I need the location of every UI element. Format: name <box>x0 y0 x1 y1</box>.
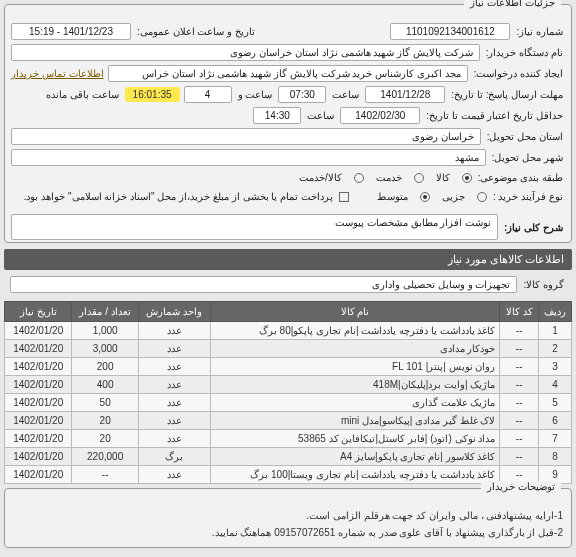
radio-pt-medium[interactable] <box>420 192 430 202</box>
credit-label: حداقل تاریخ اعتبار قیمت تا تاریخ: <box>424 108 565 123</box>
table-row: 7--مداد نوکی (اتود) |فابر کاستل|تیکافاین… <box>5 430 572 448</box>
cell-row: 6 <box>538 412 571 430</box>
cell-date: 1402/01/20 <box>5 412 72 430</box>
cell-unit: عدد <box>138 322 210 340</box>
city-field: مشهد <box>11 149 486 166</box>
cell-code: -- <box>500 448 539 466</box>
cell-unit: عدد <box>138 430 210 448</box>
group-label: گروه کالا: <box>521 277 566 292</box>
radio-service[interactable] <box>414 173 424 183</box>
credit-time-label: ساعت <box>305 108 336 123</box>
radio-service-label: خدمت <box>374 170 404 185</box>
th-name: نام کالا <box>210 302 500 322</box>
cell-qty: 50 <box>72 394 139 412</box>
table-row: 2--خودکار مدادیعدد3,0001402/01/20 <box>5 340 572 358</box>
cell-date: 1402/01/20 <box>5 394 72 412</box>
requester-field: مجد اکبری کارشناس خرید شرکت پالایش گاز ش… <box>108 65 468 82</box>
cell-name: خودکار مدادی <box>210 340 500 358</box>
cell-row: 7 <box>538 430 571 448</box>
cell-unit: عدد <box>138 394 210 412</box>
cell-code: -- <box>500 376 539 394</box>
category-label: طبقه بندی موضوعی: <box>476 170 565 185</box>
category-radio-group: کالا خدمت کالا/خدمت <box>297 170 472 185</box>
cell-row: 5 <box>538 394 571 412</box>
note-line-1: 1-ارایه پیشنهادفنی ، مالی وایران کد جهت … <box>13 507 563 524</box>
th-row: ردیف <box>538 302 571 322</box>
cell-code: -- <box>500 430 539 448</box>
cell-code: -- <box>500 412 539 430</box>
deadline-time-label: ساعت <box>330 87 361 102</box>
cell-date: 1402/01/20 <box>5 376 72 394</box>
deadline-label: مهلت ارسال پاسخ: تا تاریخ: <box>449 87 565 102</box>
requester-label: ایجاد کننده درخواست: <box>472 66 565 81</box>
cell-code: -- <box>500 340 539 358</box>
cell-date: 1402/01/20 <box>5 466 72 484</box>
cell-unit: عدد <box>138 466 210 484</box>
cell-row: 8 <box>538 448 571 466</box>
cell-unit: عدد <box>138 340 210 358</box>
announce-date-field: 1401/12/23 - 15:19 <box>11 23 131 40</box>
items-table: ردیف کد کالا نام کالا واحد شمارش تعداد /… <box>4 301 572 484</box>
purchase-type-group: جزیی متوسط <box>375 189 487 204</box>
cell-unit: عدد <box>138 412 210 430</box>
contact-link[interactable]: اطلاعات تماس خریدار <box>11 68 104 79</box>
cell-name: کاغذ یادداشت یا دفترچه یادداشت |نام تجار… <box>210 466 500 484</box>
cell-row: 1 <box>538 322 571 340</box>
table-row: 3--روان نویس |پنتر| FL 101عدد2001402/01/… <box>5 358 572 376</box>
cell-qty: 400 <box>72 376 139 394</box>
th-qty: تعداد / مقدار <box>72 302 139 322</box>
cell-date: 1402/01/20 <box>5 322 72 340</box>
announce-date-label: تاریخ و ساعت اعلان عمومی: <box>135 24 257 39</box>
notes-panel-title: توضیحات خریدار <box>481 481 561 492</box>
radio-goods-service[interactable] <box>354 173 364 183</box>
table-row: 4--ماژیک |وایت برد|پلیکان|418Mعدد4001402… <box>5 376 572 394</box>
cell-qty: 3,000 <box>72 340 139 358</box>
cell-row: 4 <box>538 376 571 394</box>
need-number-label: شماره نیاز: <box>514 24 565 39</box>
deadline-date-field: 1401/12/28 <box>365 86 445 103</box>
cell-qty: 1,000 <box>72 322 139 340</box>
cell-qty: 20 <box>72 430 139 448</box>
cell-name: لاک غلط گیر مدادی |پیکاسو|مدل mini <box>210 412 500 430</box>
cell-name: ماژیک علامت گذاری <box>210 394 500 412</box>
th-unit: واحد شمارش <box>138 302 210 322</box>
treasury-checkbox[interactable] <box>339 192 349 202</box>
cell-name: کاغذ کلاسور |نام تجاری پاپکو|سایز A4 <box>210 448 500 466</box>
buyer-org-label: نام دستگاه خریدار: <box>484 45 565 60</box>
need-number-field: 1101092134001612 <box>390 23 510 40</box>
cell-date: 1402/01/20 <box>5 340 72 358</box>
cell-qty: 200 <box>72 358 139 376</box>
cell-name: کاغذ یادداشت یا دفترچه یادداشت |نام تجار… <box>210 322 500 340</box>
cell-name: ماژیک |وایت برد|پلیکان|418M <box>210 376 500 394</box>
cell-qty: 220,000 <box>72 448 139 466</box>
radio-pt-medium-label: متوسط <box>375 189 410 204</box>
deadline-time-field: 07:30 <box>278 86 326 103</box>
items-section-title: اطلاعات کالاهای مورد نیاز <box>4 249 572 270</box>
notes-panel: توضیحات خریدار 1-ارایه پیشنهادفنی ، مالی… <box>4 488 572 548</box>
buyer-org-field: شرکت پالایش گاز شهید هاشمی نژاد استان خر… <box>11 44 480 61</box>
cell-date: 1402/01/20 <box>5 448 72 466</box>
radio-goods-label: کالا <box>434 170 452 185</box>
cell-code: -- <box>500 322 539 340</box>
details-panel: جزئیات اطلاعات نیاز شماره نیاز: 11010921… <box>4 4 572 243</box>
cell-qty: -- <box>72 466 139 484</box>
city-label: شهر محل تحویل: <box>490 150 565 165</box>
remaining-value: 4 <box>184 86 232 103</box>
cell-date: 1402/01/20 <box>5 358 72 376</box>
table-row: 1--کاغذ یادداشت یا دفترچه یادداشت |نام ت… <box>5 322 572 340</box>
cell-row: 2 <box>538 340 571 358</box>
province-label: استان محل تحویل: <box>485 129 565 144</box>
cell-code: -- <box>500 394 539 412</box>
credit-time-field: 14:30 <box>253 107 301 124</box>
radio-goods-service-label: کالا/خدمت <box>297 170 344 185</box>
cell-unit: برگ <box>138 448 210 466</box>
desc-label: شرح کلی نیاز: <box>502 220 565 235</box>
radio-goods[interactable] <box>462 173 472 183</box>
items-table-header-row: ردیف کد کالا نام کالا واحد شمارش تعداد /… <box>5 302 572 322</box>
province-field: خراسان رضوی <box>11 128 481 145</box>
details-panel-title: جزئیات اطلاعات نیاز <box>464 0 561 8</box>
cell-qty: 20 <box>72 412 139 430</box>
radio-pt-small[interactable] <box>477 192 487 202</box>
th-date: تاریخ نیاز <box>5 302 72 322</box>
credit-date-field: 1402/02/30 <box>340 107 420 124</box>
